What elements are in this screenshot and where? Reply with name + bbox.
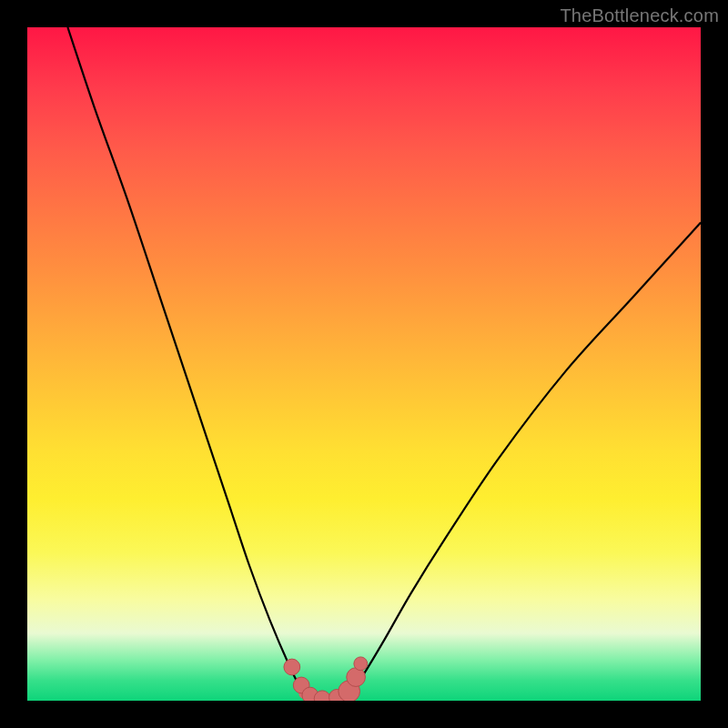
curve-left: [67, 27, 303, 694]
marker-dot: [329, 689, 346, 701]
marker-dot: [284, 659, 300, 675]
watermark-text: TheBottleneck.com: [560, 5, 719, 26]
marker-group: [284, 657, 368, 701]
marker-dot: [302, 687, 318, 701]
outer-frame: TheBottleneck.com: [0, 0, 728, 728]
marker-dot: [293, 677, 309, 693]
chart-svg: [27, 27, 701, 701]
plot-area: [27, 27, 701, 701]
marker-dot: [347, 668, 366, 687]
curve-right: [350, 223, 701, 694]
marker-dot: [339, 681, 360, 701]
marker-dot: [314, 691, 330, 701]
curve-flat: [303, 694, 350, 699]
marker-dot: [354, 657, 368, 671]
